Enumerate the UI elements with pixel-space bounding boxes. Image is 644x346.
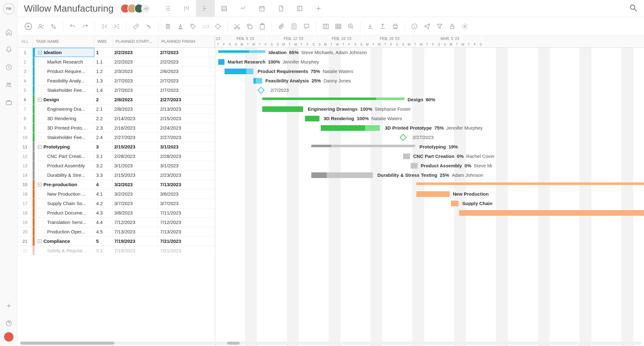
start-cell[interactable]: 2/8/2023 [113,104,158,114]
gantt-row[interactable]: CNC Part Creation0%Rachel Covin [215,152,644,161]
task-row[interactable]: 1−Ideation12/2/20232/7/2023 [18,48,215,57]
start-cell[interactable]: 2/28/2023 [113,152,158,161]
lock-icon[interactable] [447,21,457,31]
task-row[interactable]: 17Supply Chain So...4.23/7/20233/7/2023 [18,199,215,208]
import-icon[interactable] [365,21,375,31]
link-icon[interactable] [131,21,141,31]
tag-icon[interactable] [188,21,198,31]
task-row[interactable]: 10Stakeholder Fee...2.42/27/20232/27/202… [18,133,215,142]
task-bar[interactable] [305,116,319,121]
grid-icon[interactable] [333,21,343,31]
info-icon[interactable] [409,21,419,31]
task-name-cell[interactable]: −Pre-production [35,180,94,189]
wbs-cell[interactable]: 3.1 [94,152,113,161]
start-cell[interactable]: 2/3/2023 [113,67,158,76]
send-icon[interactable] [422,21,432,31]
paste-icon[interactable] [257,21,267,31]
finish-cell[interactable]: 2/7/2023 [158,48,215,57]
finish-cell[interactable]: 3/6/2023 [158,189,215,198]
wbs-cell[interactable]: 1 [94,48,113,57]
help-icon[interactable] [4,319,13,328]
member-avatars[interactable]: +6 [120,4,151,13]
wbs-cell[interactable]: 4.5 [94,227,113,236]
filter-icon[interactable] [435,21,445,31]
task-name-cell[interactable]: Product Require... [35,67,94,76]
start-cell[interactable]: 7/13/2023 [113,227,158,236]
task-name-cell[interactable]: 3D Rendering [35,114,94,123]
wbs-cell[interactable]: 1.1 [94,57,113,66]
milestone-marker[interactable] [258,87,265,94]
task-bar[interactable] [262,106,303,112]
task-name-cell[interactable]: Product Docume... [35,208,94,217]
task-row[interactable]: 93D Printed Proto...2.32/16/20232/24/202… [18,123,215,133]
avatar-more[interactable]: +6 [141,4,151,13]
cut-icon[interactable] [232,21,242,31]
start-cell[interactable]: 2/27/2023 [113,133,158,142]
text-color-icon[interactable] [175,21,186,31]
task-name-cell[interactable]: Translation Servi... [35,218,94,227]
finish-cell[interactable]: 2/7/2023 [158,76,215,85]
gantt-row[interactable] [215,237,644,246]
outdent-icon[interactable] [99,21,109,31]
gantt-row[interactable]: 3D Printed Prototype75%Jennifer Murphey [215,123,644,133]
task-name-cell[interactable]: CNC Part Creati... [35,152,94,161]
start-cell[interactable]: 7/19/2023 [113,246,158,255]
gantt-row[interactable] [215,227,644,237]
finish-cell[interactable]: 7/13/2023 [158,180,215,189]
wbs-cell[interactable]: 2.1 [94,104,113,114]
gantt-row[interactable]: 2/7/2023 [215,86,644,95]
task-bar[interactable] [451,201,458,206]
gantt-row[interactable]: 3D Rendering100%Natalie Waters [215,114,644,123]
wbs-cell[interactable]: 1.2 [94,67,113,76]
gantt-row[interactable] [215,246,644,255]
tab-sheet-icon[interactable] [215,0,234,17]
print-icon[interactable] [390,21,400,31]
tab-calendar-icon[interactable] [253,0,271,17]
finish-cell[interactable]: 2/28/2023 [158,152,215,161]
finish-cell[interactable]: 2/7/2023 [158,86,215,95]
wbs-cell[interactable]: 4.2 [94,199,113,208]
wbs-cell[interactable]: 2 [94,95,113,104]
number-format-icon[interactable]: 123 [201,24,210,29]
indent-icon[interactable] [112,21,122,31]
start-cell[interactable]: 3/1/2023 [113,161,158,170]
refresh-icon[interactable] [48,21,58,31]
tab-list-icon[interactable] [158,0,177,17]
finish-cell[interactable]: 2/6/2023 [158,67,215,76]
gantt-row[interactable]: Product Assembly0%Steve Mi [215,161,644,170]
user-avatar[interactable] [4,332,14,342]
bell-icon[interactable] [4,45,13,54]
notes-icon[interactable] [289,21,299,31]
task-row[interactable]: 11−Prototyping32/15/20233/1/2023 [18,142,215,152]
tab-add-icon[interactable] [309,0,328,17]
task-bar[interactable] [218,59,225,65]
finish-cell[interactable]: 2/15/2023 [158,114,215,123]
task-bar[interactable] [416,191,450,197]
briefcase-icon[interactable] [4,98,13,107]
task-row[interactable]: 83D Rendering2.22/14/20232/15/2023 [18,114,215,123]
finish-cell[interactable]: 3/1/2023 [158,161,215,170]
finish-cell[interactable]: 3/7/2023 [158,199,215,208]
task-bar[interactable] [411,163,418,169]
task-name-cell[interactable]: New Production ... [35,189,94,198]
undo-icon[interactable] [68,21,78,31]
task-row[interactable]: 21−Compliance57/19/20237/21/2023 [18,237,215,246]
col-all[interactable]: ALL [18,36,33,47]
start-cell[interactable]: 2/15/2023 [113,142,158,151]
gantt-row[interactable]: 2/27/2023 [215,133,644,142]
grid-body[interactable]: 1−Ideation12/2/20232/7/20232Market Resea… [18,48,215,346]
task-bar[interactable] [403,153,410,159]
gantt-row[interactable] [215,180,644,189]
finish-cell[interactable]: 3/1/2023 [158,142,215,151]
task-row[interactable]: 22Safety & Regulat...5.17/19/20237/21/20… [18,246,215,255]
task-name-cell[interactable]: Durability & Stre... [35,170,94,180]
wbs-cell[interactable]: 1.3 [94,76,113,85]
task-row[interactable]: 20Production Oper...4.57/13/20237/13/202… [18,227,215,237]
add-task-icon[interactable] [23,21,33,31]
gantt-scrollbar[interactable] [218,342,641,345]
col-start[interactable]: PLANNED START... [113,36,158,47]
attach-icon[interactable] [276,21,286,31]
task-name-cell[interactable]: −Design [35,95,94,104]
settings-icon[interactable] [460,21,470,31]
wbs-cell[interactable]: 3.2 [94,161,113,170]
